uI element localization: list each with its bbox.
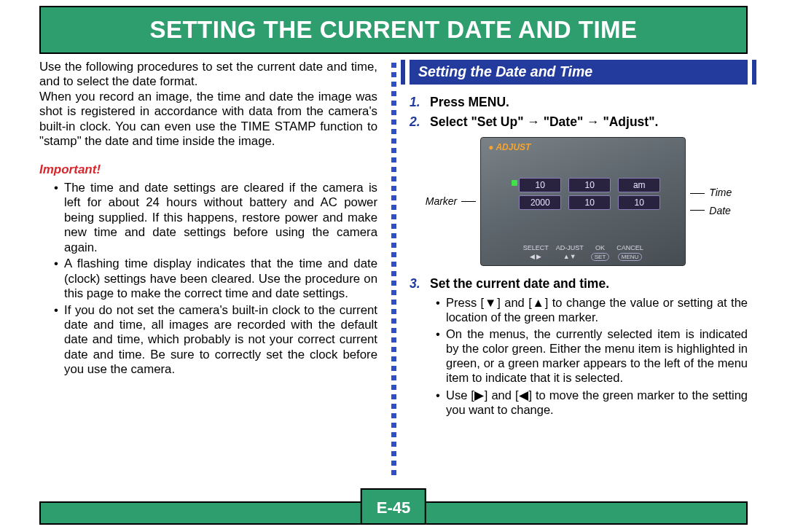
bullet-item: On the menus, the currently selected ite… <box>446 326 748 386</box>
step-3: 3. Set the current date and time. <box>410 276 748 292</box>
bullet-item: Press [▼] and [▲] to change the value or… <box>446 295 748 324</box>
lcd-footer: SELECT◀ ▶ AD-JUST▲▼ OKSET CANCELMENU <box>481 244 685 262</box>
step-text: Select "Set Up" → "Date" → "Adjust". <box>430 114 658 130</box>
green-marker-icon <box>512 180 517 186</box>
page-title: SETTING THE CURRENT DATE AND TIME <box>149 16 637 44</box>
step-number: 1. <box>410 95 426 110</box>
step-text: Set the current date and time. <box>430 276 609 292</box>
lcd-footer-item: OKSET <box>591 244 610 262</box>
lcd-footer-item: SELECT◀ ▶ <box>523 244 549 262</box>
page-header: SETTING THE CURRENT DATE AND TIME <box>39 6 748 54</box>
right-column: Setting the Date and Time 1. Press MENU.… <box>399 60 748 488</box>
lcd-cell: 2000 <box>519 195 561 210</box>
lcd-cell: 10 <box>618 195 660 210</box>
lcd-title: ● ADJUST <box>488 142 530 153</box>
important-bullets: The time and date settings are cleared i… <box>39 181 377 378</box>
callout-line <box>690 210 705 211</box>
step-2: 2. Select "Set Up" → "Date" → "Adjust". <box>410 114 748 130</box>
lcd-cell: 10 <box>568 195 611 210</box>
marker-callout-label: Marker <box>426 195 458 208</box>
lcd-figure: Marker ● ADJUST 10 10 am 2000 10 10 SELE… <box>410 137 748 266</box>
bullet-item: Use [▶] and [◀] to move the green marker… <box>446 388 748 417</box>
column-divider <box>388 60 399 488</box>
lcd-footer-item: AD-JUST▲▼ <box>556 244 584 262</box>
content-area: Use the following procedures to set the … <box>39 60 748 488</box>
intro-paragraph-2: When you record an image, the time and d… <box>39 90 377 149</box>
bullet-item: A flashing time display indicates that t… <box>64 257 377 301</box>
step-number: 2. <box>410 114 426 130</box>
lcd-footer-item: CANCELMENU <box>616 244 643 262</box>
bullet-item: If you do not set the camera's built-in … <box>64 303 377 378</box>
left-column: Use the following procedures to set the … <box>39 60 388 488</box>
section-banner: Setting the Date and Time <box>410 60 748 85</box>
lcd-screen: ● ADJUST 10 10 am 2000 10 10 SELECT◀ ▶ A… <box>480 137 686 266</box>
time-callout-label: Time <box>709 187 732 199</box>
lcd-cell: am <box>618 178 660 192</box>
step-1: 1. Press MENU. <box>410 95 748 110</box>
important-label: Important! <box>39 163 377 178</box>
step-text: Press MENU. <box>430 95 509 110</box>
callout-line <box>690 193 705 194</box>
lcd-cell: 10 <box>568 178 611 192</box>
intro-paragraph-1: Use the following procedures to set the … <box>39 60 377 90</box>
page-number: E-45 <box>361 488 426 525</box>
step-number: 3. <box>410 276 426 292</box>
step-3-bullets: Press [▼] and [▲] to change the value or… <box>410 295 748 417</box>
date-callout-label: Date <box>709 205 732 217</box>
lcd-cells: 10 10 am 2000 10 10 <box>519 178 660 210</box>
lcd-cell: 10 <box>519 178 561 192</box>
bullet-item: The time and date settings are cleared i… <box>64 181 377 255</box>
callout-line <box>461 201 476 202</box>
